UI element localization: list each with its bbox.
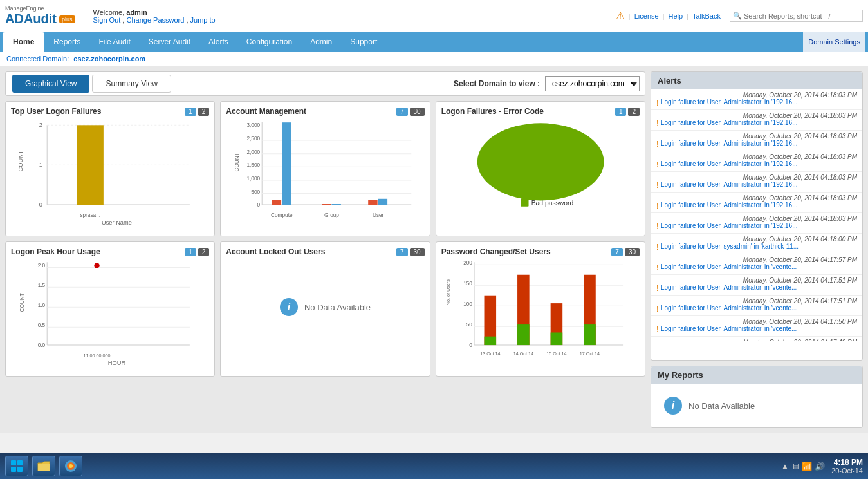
svg-text:1,500: 1,500 xyxy=(247,162,261,168)
talkback-link[interactable]: TalkBack xyxy=(692,12,721,20)
svg-text:13 Oct 14: 13 Oct 14 xyxy=(480,351,500,357)
logon-failures-panel: Logon Failures - Error Code 1 2 Bad pass… xyxy=(436,101,645,236)
password-changed-controls: 7 30 xyxy=(611,248,640,256)
account-locked-panel: Account Locked Out Users 7 30 i No Data … xyxy=(220,241,430,377)
svg-text:User Name: User Name xyxy=(102,220,132,225)
svg-text:Group: Group xyxy=(324,212,339,218)
logon-chart-svg: 0 1 2 COUNT sprasa... User Name xyxy=(11,118,209,225)
sign-out-link[interactable]: Sign Out xyxy=(93,16,121,24)
nav-reports[interactable]: Reports xyxy=(44,32,89,52)
search-input[interactable] xyxy=(744,12,860,20)
alert-list-item: Monday, October 20, 2014 04:17:50 PM ! L… xyxy=(651,316,862,337)
alert-link[interactable]: Login failure for User 'sysadmin' in 'ka… xyxy=(661,243,799,250)
lp-ctrl-2[interactable]: 2 xyxy=(198,248,210,256)
tab-summary-view[interactable]: Summary View xyxy=(92,75,171,93)
logon-ctrl-2[interactable]: 2 xyxy=(198,108,210,116)
logon-ctrl-1[interactable]: 1 xyxy=(185,108,196,116)
license-link[interactable]: License xyxy=(634,12,659,20)
account-locked-title: Account Locked Out Users xyxy=(226,247,325,256)
svg-rect-8 xyxy=(77,125,104,205)
alert-link[interactable]: Login failure for User 'Administrator' i… xyxy=(661,119,798,126)
al-ctrl-7[interactable]: 7 xyxy=(396,248,408,256)
svg-rect-73 xyxy=(584,324,596,345)
charts-grid: Top User Logon Failures 1 2 xyxy=(5,101,645,377)
svg-text:14 Oct 14: 14 Oct 14 xyxy=(513,351,533,357)
svg-text:100: 100 xyxy=(463,301,472,307)
alert-link[interactable]: Login failure for User 'Administrator' i… xyxy=(661,284,797,291)
nav-home[interactable]: Home xyxy=(3,32,44,52)
header-right: ⚠ | License | Help | TalkBack 🔍 xyxy=(616,10,863,22)
alert-list-item: Monday, October 20, 2014 04:17:51 PM ! L… xyxy=(651,296,862,316)
my-reports-panel: My Reports i No Data Available xyxy=(651,366,863,428)
svg-point-36 xyxy=(477,123,604,200)
domain-settings-link[interactable]: Domain Settings xyxy=(803,32,865,52)
svg-text:COUNT: COUNT xyxy=(234,153,240,171)
tab-graphical-view[interactable]: Graphical View xyxy=(12,75,89,93)
svg-text:User: User xyxy=(373,212,384,218)
logon-peak-controls: 1 2 xyxy=(185,248,209,256)
info-icon-locked: i xyxy=(280,298,298,316)
top-user-logon-chart: 0 1 2 COUNT sprasa... User Name xyxy=(11,118,209,225)
svg-rect-71 xyxy=(550,332,562,345)
al-ctrl-30[interactable]: 30 xyxy=(410,248,425,256)
separator: | xyxy=(629,12,631,20)
jump-to-link[interactable]: Jump to xyxy=(190,16,216,24)
acct-ctrl-30[interactable]: 30 xyxy=(410,108,425,116)
top-user-logon-panel: Top User Logon Failures 1 2 xyxy=(5,101,215,236)
nav-admin[interactable]: Admin xyxy=(301,32,341,52)
change-password-link[interactable]: Change Password xyxy=(126,16,184,24)
alert-link[interactable]: Login failure for User 'Administrator' i… xyxy=(661,305,797,312)
acct-ctrl-7[interactable]: 7 xyxy=(396,108,408,116)
nav-configuration[interactable]: Configuration xyxy=(237,32,301,52)
alert-list-item: Monday, October 20, 2014 04:18:03 PM ! L… xyxy=(651,89,862,110)
account-locked-controls: 7 30 xyxy=(396,248,425,256)
alerts-list: Monday, October 20, 2014 04:18:03 PM ! L… xyxy=(651,89,862,341)
pc-ctrl-7[interactable]: 7 xyxy=(611,248,623,256)
svg-text:150: 150 xyxy=(463,281,472,286)
alert-link[interactable]: Login failure for User 'Administrator' i… xyxy=(661,181,798,188)
account-mgmt-controls: 7 30 xyxy=(396,108,425,116)
alerts-panel-title: Alerts xyxy=(651,72,862,89)
lp-ctrl-1[interactable]: 1 xyxy=(185,248,196,256)
alert-link[interactable]: Login failure for User 'Administrator' i… xyxy=(661,160,798,167)
search-icon: 🔍 xyxy=(733,12,742,20)
svg-rect-69 xyxy=(517,324,530,345)
svg-text:Computer: Computer xyxy=(271,212,294,218)
help-link[interactable]: Help xyxy=(668,12,683,20)
svg-text:0.5: 0.5 xyxy=(38,323,46,328)
pc-ctrl-30[interactable]: 30 xyxy=(625,248,640,256)
svg-rect-67 xyxy=(484,337,496,345)
domain-bar-label: Connected Domain: xyxy=(6,55,69,62)
nav-server-audit[interactable]: Server Audit xyxy=(140,32,199,52)
warning-icon: ⚠ xyxy=(616,10,625,22)
alert-link[interactable]: Login failure for User 'Administrator' i… xyxy=(661,222,798,229)
svg-rect-32 xyxy=(378,199,387,205)
svg-text:0: 0 xyxy=(39,202,42,208)
separator3: | xyxy=(687,12,688,20)
alert-list-item: Monday, October 20, 2014 04:18:03 PM ! L… xyxy=(651,213,862,234)
alert-link[interactable]: Login failure for User 'Administrator' i… xyxy=(661,325,797,332)
lf-ctrl-1[interactable]: 1 xyxy=(615,108,627,116)
domain-selector-select[interactable]: csez.zohocorpin.com xyxy=(545,76,640,91)
svg-text:Bad password: Bad password xyxy=(531,200,573,207)
alert-link[interactable]: Login failure for User 'Administrator' i… xyxy=(661,202,798,209)
svg-rect-37 xyxy=(521,198,528,206)
navigation-bar: Home Reports File Audit Server Audit Ale… xyxy=(0,32,868,52)
alert-list-item: Monday, October 20, 2014 04:18:03 PM ! L… xyxy=(651,110,862,131)
nav-file-audit[interactable]: File Audit xyxy=(89,32,139,52)
alert-link[interactable]: Login failure for User 'Administrator' i… xyxy=(661,263,797,270)
nav-support[interactable]: Support xyxy=(341,32,386,52)
domain-selector-label: Select Domain to view : xyxy=(454,79,540,88)
manage-engine-label: ManageEngine xyxy=(5,5,44,12)
alert-link[interactable]: Login failure for User 'Administrator' i… xyxy=(661,99,798,106)
top-user-logon-title: Top User Logon Failures xyxy=(11,107,101,116)
separator2: | xyxy=(663,12,665,20)
nav-alerts[interactable]: Alerts xyxy=(199,32,237,52)
alert-link[interactable]: Login failure for User 'Administrator' i… xyxy=(661,140,798,147)
lf-ctrl-2[interactable]: 2 xyxy=(628,108,640,116)
alerts-panel: Alerts Monday, October 20, 2014 04:18:03… xyxy=(651,71,863,361)
svg-text:COUNT: COUNT xyxy=(17,150,24,171)
svg-text:3,000: 3,000 xyxy=(247,122,261,128)
account-locked-nodata: i No Data Available xyxy=(226,259,424,355)
my-reports-title: My Reports xyxy=(651,366,862,384)
